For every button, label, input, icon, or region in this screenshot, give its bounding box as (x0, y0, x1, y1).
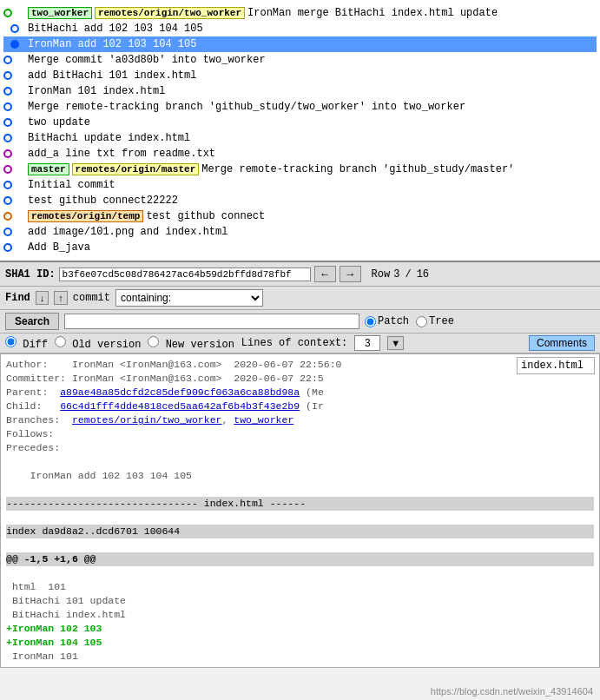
diff-area: Author: IronMan <IronMan@163.com> 2020-0… (0, 353, 600, 668)
options-bar: Diff Old version New version Lines of co… (0, 333, 600, 353)
git-tag: master (28, 163, 69, 175)
git-row-text: test github connect22222 (28, 195, 597, 207)
sha1-input[interactable] (59, 267, 311, 281)
git-row[interactable]: add image/101.png and index.html (3, 224, 597, 240)
tree-option[interactable]: Tree (416, 315, 454, 327)
find-down-button[interactable]: ↓ (36, 291, 49, 305)
diff-option[interactable]: Diff (5, 336, 48, 351)
find-bar: Find ↓ ↑ commit containing:touching path… (0, 287, 600, 310)
git-message: BitHachi update index.html (28, 132, 190, 144)
child-hash-link[interactable]: 66c4d1fff4dde4818ced5aa642af6b4b3f43e2b9 (60, 400, 300, 412)
git-dot (3, 181, 12, 189)
git-row-text: masterremotes/origin/masterMerge remote-… (28, 163, 597, 175)
git-row[interactable]: Merge commit 'a03d80b' into two_worker (3, 52, 597, 68)
git-message: Add B_java (28, 241, 90, 254)
new-version-radio[interactable] (148, 336, 159, 347)
row-total: 16 (417, 268, 429, 281)
git-message: add BitHachi 101 index.html (28, 69, 196, 82)
new-version-option[interactable]: New version (148, 336, 234, 351)
git-row[interactable]: add BitHachi 101 index.html (3, 68, 597, 83)
git-graph: two_workerremotes/origin/two_workerIronM… (0, 0, 600, 262)
git-message: Merge remote-tracking branch 'github_stu… (201, 163, 514, 175)
comments-file-label: index.html (517, 357, 595, 374)
git-row-text: Add B_java (28, 241, 597, 254)
context-down-button[interactable]: ▼ (387, 336, 404, 350)
git-dot (3, 165, 12, 174)
git-message: IronMan 101 index.html (28, 85, 165, 97)
git-row[interactable]: IronMan 101 index.html (3, 83, 597, 99)
comments-panel: index.html (517, 357, 595, 374)
git-row[interactable]: BitHachi update index.html (3, 130, 597, 146)
diff-area-container: Author: IronMan <IronMan@163.com> 2020-0… (0, 353, 600, 668)
git-dot (3, 243, 12, 252)
git-message: test github connect22222 (28, 195, 178, 207)
tree-radio[interactable] (416, 316, 427, 327)
find-up-button[interactable]: ↑ (54, 291, 68, 305)
git-row[interactable]: IronMan add 102 103 104 105 (3, 36, 597, 52)
git-row-text: Initial commit (28, 179, 597, 191)
row-separator: / (405, 268, 411, 281)
context-input[interactable] (354, 335, 380, 351)
sha1-bar: SHA1 ID: ← → Row 3 / 16 (0, 262, 600, 287)
git-dot (3, 87, 12, 96)
git-dot (3, 212, 12, 221)
parent-hash-link[interactable]: a89ae48a85dcfd2c85def909cf063a6ca88bd98a (60, 386, 300, 398)
git-row-text: BitHachi add 102 103 104 105 (28, 23, 597, 35)
git-message: test github connect (146, 210, 265, 222)
comments-tab-button[interactable]: Comments (529, 335, 595, 351)
git-dot (10, 24, 19, 33)
diff-content: Author: IronMan <IronMan@163.com> 2020-0… (1, 354, 599, 667)
diff-radio[interactable] (5, 336, 16, 347)
old-version-option[interactable]: Old version (55, 336, 141, 351)
git-tag: remotes/origin/master (72, 163, 200, 175)
git-message: Initial commit (28, 179, 115, 191)
git-tag: remotes/origin/two_worker (95, 7, 245, 19)
git-row[interactable]: Initial commit (3, 177, 597, 193)
git-message: two update (28, 116, 90, 129)
lines-of-context-label: Lines of context: (241, 337, 347, 349)
git-dot (3, 228, 12, 236)
git-row[interactable]: Merge remote-tracking branch 'github_stu… (3, 99, 597, 115)
git-row[interactable]: two_workerremotes/origin/two_workerIronM… (3, 5, 597, 21)
git-dot (3, 71, 12, 80)
git-row[interactable]: test github connect22222 (3, 193, 597, 208)
git-dot (3, 102, 12, 111)
patch-option[interactable]: Patch (365, 315, 409, 327)
git-row-text: Merge remote-tracking branch 'github_stu… (28, 101, 597, 113)
git-row-text: two update (28, 116, 597, 129)
git-row-text: remotes/origin/temptest github connect (28, 210, 597, 222)
git-row-text: two_workerremotes/origin/two_workerIronM… (28, 7, 597, 19)
branch-link-2[interactable]: two_worker (234, 414, 293, 426)
tree-label: Tree (429, 315, 454, 327)
git-row[interactable]: Add B_java (3, 240, 597, 255)
branch-link-1[interactable]: remotes/origin/two_worker (72, 414, 222, 426)
row-current: 3 (393, 268, 399, 281)
git-row[interactable]: two update (3, 115, 597, 130)
diff-label: Diff (23, 339, 48, 351)
git-row[interactable]: remotes/origin/temptest github connect (3, 208, 597, 224)
git-row-text: IronMan add 102 103 104 105 (28, 38, 597, 50)
git-message: IronMan add 102 103 104 105 (28, 38, 196, 50)
git-message: Merge remote-tracking branch 'github_stu… (28, 101, 465, 113)
git-row-text: add BitHachi 101 index.html (28, 69, 597, 82)
sha1-next-button[interactable]: → (340, 266, 361, 282)
patch-radio[interactable] (365, 316, 376, 327)
git-message: IronMan merge BitHachi index.html update (247, 7, 498, 19)
search-input[interactable] (64, 314, 359, 329)
git-dot (3, 134, 12, 142)
git-dot (10, 40, 19, 49)
git-row-text: BitHachi update index.html (28, 132, 597, 144)
old-version-radio[interactable] (55, 336, 66, 347)
git-row-text: add image/101.png and index.html (28, 226, 597, 238)
search-button[interactable]: Search (5, 313, 59, 330)
watermark: https://blog.csdn.net/weixin_43914604 (431, 686, 593, 697)
sha1-prev-button[interactable]: ← (314, 266, 336, 282)
git-dot (3, 196, 12, 205)
patch-label: Patch (378, 315, 409, 327)
find-select[interactable]: containing:touching paths:adding/removin… (115, 289, 263, 307)
git-row[interactable]: add_a line txt from readme.txt (3, 146, 597, 162)
sha1-label: SHA1 ID: (5, 268, 56, 281)
git-row[interactable]: masterremotes/origin/masterMerge remote-… (3, 162, 597, 177)
search-bar: Search Patch Tree (0, 310, 600, 333)
git-row[interactable]: BitHachi add 102 103 104 105 (3, 21, 597, 36)
